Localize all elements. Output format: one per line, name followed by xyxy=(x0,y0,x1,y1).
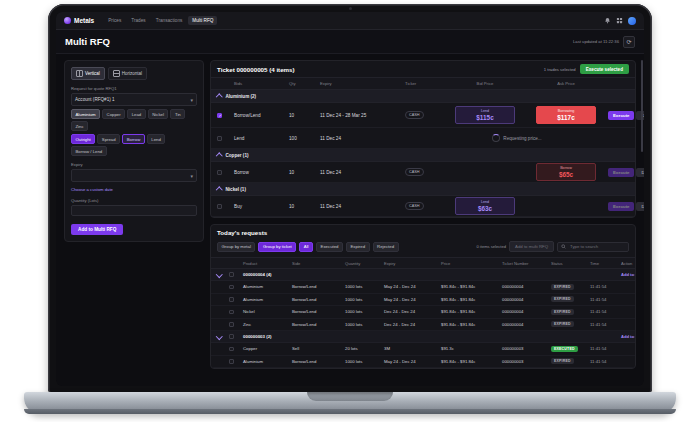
row-checkbox[interactable] xyxy=(229,285,234,290)
group-checkbox[interactable] xyxy=(229,334,234,339)
request-row: Aluminium Borrow/Lend 1000 lots May 24 -… xyxy=(211,294,635,307)
execute-selected-button[interactable]: Execute selected xyxy=(580,64,629,74)
col-time: Time xyxy=(590,261,618,266)
refresh-button[interactable]: ⟳ xyxy=(623,36,635,48)
main-nav: Prices Trades Transactions Multi RFQ xyxy=(104,16,217,25)
chip-spread[interactable]: Spread xyxy=(97,134,120,144)
todays-requests-panel: Today's requests Group by metal Group by… xyxy=(210,224,636,369)
request-group-row[interactable]: 000000003 (2) Add to multi RFQ xyxy=(211,331,635,343)
tab-horizontal[interactable]: Horizontal xyxy=(108,67,147,80)
group-add-to-multi-rfq-link[interactable]: Add to multi RFQ xyxy=(621,334,636,339)
row-checkbox[interactable] xyxy=(217,136,222,141)
chevron-down-icon[interactable] xyxy=(216,271,222,277)
bid-value: $63c xyxy=(459,205,511,212)
ask-value: $117c xyxy=(540,114,592,121)
quantity-cell: 20 lots xyxy=(345,346,381,351)
bell-icon[interactable] xyxy=(604,17,611,24)
request-row: Zinc Borrow/Lend 1000 lots Dec 24 - Dec … xyxy=(211,319,635,332)
chevron-down-icon[interactable] xyxy=(216,333,222,339)
row-checkbox[interactable] xyxy=(229,359,234,364)
group-checkbox[interactable] xyxy=(229,272,234,277)
time-cell: 11:41:54 xyxy=(590,359,618,364)
chip-borrow[interactable]: Borrow xyxy=(122,134,145,144)
filter-all[interactable]: All xyxy=(299,242,313,252)
price-cell: $91.84c - $91.84c xyxy=(441,284,499,289)
execute-button[interactable]: Execute xyxy=(608,111,634,120)
ask-price-box[interactable]: Borrowing $117c xyxy=(536,106,596,123)
chip-copper[interactable]: Copper xyxy=(102,109,125,119)
nav-multi-rfq[interactable]: Multi RFQ xyxy=(188,16,217,25)
search-input[interactable] xyxy=(568,243,625,250)
group-id: 000000003 (2) xyxy=(243,334,438,339)
chip-outright[interactable]: Outright xyxy=(71,134,95,144)
chip-lend[interactable]: Lend xyxy=(147,134,166,144)
add-to-multi-rfq-disabled-button[interactable]: Add to multi RFQ xyxy=(509,241,554,252)
execute-button[interactable]: Execute xyxy=(608,168,634,177)
nav-trades[interactable]: Trades xyxy=(127,16,149,25)
refresh-icon: ⟳ xyxy=(626,38,631,45)
chip-borrow-lend[interactable]: Borrow / Lend xyxy=(71,146,107,156)
bid-price-box[interactable]: Lend $115c xyxy=(455,106,515,123)
product-cell: Aluminium xyxy=(243,297,289,302)
expiry-cell: 11 Dec 24 xyxy=(320,170,402,175)
brand[interactable]: Metals xyxy=(64,17,94,24)
group-nickel[interactable]: Nickel (1) xyxy=(211,183,635,196)
row-checkbox[interactable] xyxy=(229,297,234,302)
ticket-panel: Ticket 000000005 (4 items) 1 trades sele… xyxy=(210,60,636,218)
col-status: Status xyxy=(551,261,587,266)
side-cell: Borrow/Lend xyxy=(292,322,342,327)
row-checkbox[interactable] xyxy=(217,113,222,118)
request-group-row[interactable]: 000000004 (4) Add to multi RFQ xyxy=(211,269,635,281)
expiry-select[interactable] xyxy=(71,169,197,182)
nav-prices[interactable]: Prices xyxy=(104,16,125,25)
custom-date-link[interactable]: Choose a custom date xyxy=(71,187,197,192)
row-checkbox[interactable] xyxy=(217,204,222,209)
quantity-input[interactable] xyxy=(71,205,197,216)
account-select[interactable]: Account (RFQ#1) 1 xyxy=(71,93,197,106)
last-updated-text: Last updated at 11:22:36 xyxy=(573,39,619,44)
add-to-multi-rfq-button[interactable]: Add to Multi RFQ xyxy=(71,224,123,235)
row-checkbox[interactable] xyxy=(229,347,234,352)
ask-price-box[interactable]: Borrow $65c xyxy=(536,163,596,180)
ticker-badge: CASH xyxy=(405,111,424,119)
rfq-form-panel: Vertical Horizontal Request for quote RF… xyxy=(64,60,204,242)
decline-button[interactable]: Decline xyxy=(636,168,644,177)
decline-button[interactable]: Decline xyxy=(636,202,644,211)
filter-executed[interactable]: Executed xyxy=(316,242,343,252)
group-aluminium[interactable]: Aluminium (2) xyxy=(211,90,635,103)
chip-aluminium[interactable]: Aluminium xyxy=(71,109,100,119)
group-add-to-multi-rfq-link[interactable]: Add to multi RFQ xyxy=(621,272,636,277)
side-cell: Sell xyxy=(292,346,342,351)
chevron-up-icon xyxy=(216,94,222,100)
group-copper[interactable]: Copper (1) xyxy=(211,149,635,162)
row-checkbox[interactable] xyxy=(217,170,222,175)
requesting-price-text: Requesting price... xyxy=(503,136,541,141)
apps-grid-icon[interactable] xyxy=(616,17,623,24)
chip-zinc[interactable]: Zinc xyxy=(71,121,88,131)
chip-lead[interactable]: Lead xyxy=(127,109,146,119)
chip-nickel[interactable]: Nickel xyxy=(148,109,169,119)
vertical-scrollbar[interactable] xyxy=(641,60,643,152)
group-by-metal-toggle[interactable]: Group by metal xyxy=(217,242,255,252)
trades-selected-text: 1 trades selected xyxy=(544,67,576,72)
metal-chips: Aluminium Copper Lead Nickel Tin Zinc xyxy=(71,109,197,131)
page-content: Vertical Horizontal Request for quote RF… xyxy=(56,54,644,375)
execute-button[interactable]: Execute xyxy=(608,202,634,211)
avatar[interactable] xyxy=(628,17,636,25)
chip-tin[interactable]: Tin xyxy=(170,109,185,119)
side-cell: Borrow xyxy=(234,170,286,175)
group-by-ticket-toggle[interactable]: Group by ticket xyxy=(258,242,296,252)
ticket-cell: 000000004 xyxy=(502,309,548,314)
row-checkbox[interactable] xyxy=(229,310,234,315)
row-checkbox[interactable] xyxy=(229,322,234,327)
request-for-quote-label: Request for quote RFQ1 xyxy=(71,86,197,91)
col-action: Action xyxy=(621,261,632,266)
filter-expired[interactable]: Expired xyxy=(346,242,370,252)
expiry-cell: May 24 - Dec 24 xyxy=(384,284,438,289)
nav-transactions[interactable]: Transactions xyxy=(152,16,187,25)
bid-price-box[interactable]: Lend $63c xyxy=(455,197,515,214)
col-product: Product xyxy=(243,261,289,266)
direction-chips: Outright Spread Borrow Lend Borrow / Len… xyxy=(71,134,197,156)
filter-rejected[interactable]: Rejected xyxy=(373,242,399,252)
tab-vertical[interactable]: Vertical xyxy=(71,67,105,80)
